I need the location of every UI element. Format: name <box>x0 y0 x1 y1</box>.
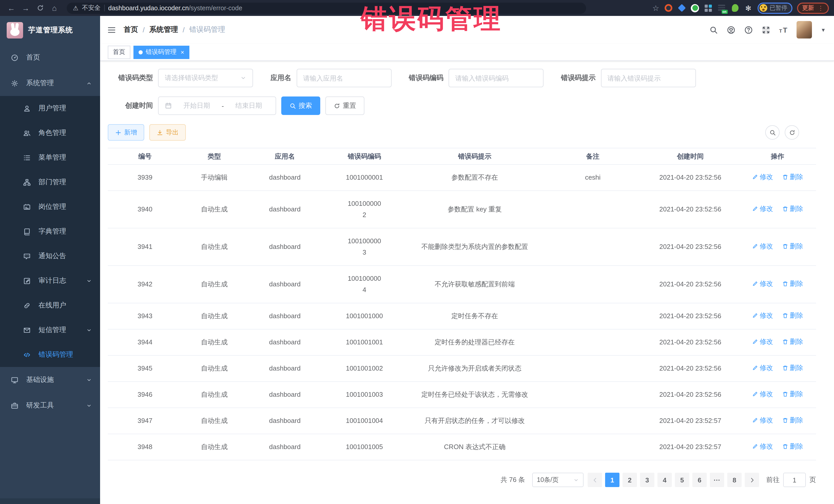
page-size-select[interactable]: 10条/页 <box>532 473 584 487</box>
edit-link[interactable]: 修改 <box>752 279 773 289</box>
date-range-picker[interactable]: 开始日期 - 结束日期 <box>158 96 276 115</box>
search-icon[interactable] <box>709 25 718 34</box>
sidebar-item-link[interactable]: 通知公告 <box>0 244 100 268</box>
page-button[interactable]: 1 <box>605 473 619 487</box>
sidebar-item-link[interactable]: 用户管理 <box>0 96 100 120</box>
sidebar-item-link[interactable]: 岗位管理 <box>0 195 100 219</box>
cell-type: 自动生成 <box>182 355 246 381</box>
delete-link[interactable]: 删除 <box>782 241 803 251</box>
prev-page-button[interactable] <box>588 473 602 487</box>
page-button[interactable]: 3 <box>640 473 654 487</box>
yoast-extension-icon[interactable] <box>690 4 699 12</box>
user-avatar[interactable] <box>796 21 812 39</box>
pinwheel-extension-icon[interactable]: ✻ <box>744 4 753 12</box>
sidebar-item-link[interactable]: 系统管理 <box>0 70 100 96</box>
address-bar[interactable]: ⚠ 不安全 dashboard.yudao.iocoder.cn/system/… <box>67 2 586 14</box>
show-search-button[interactable] <box>765 125 780 139</box>
export-button[interactable]: 导出 <box>149 124 186 140</box>
reload-icon[interactable] <box>34 2 46 14</box>
sidebar-item-link[interactable]: 基础设施 <box>0 367 100 393</box>
github-icon[interactable] <box>727 25 736 34</box>
close-icon[interactable]: × <box>181 48 184 56</box>
edit-link[interactable]: 修改 <box>752 363 773 373</box>
error-hint-input[interactable] <box>608 74 689 82</box>
page-button[interactable]: 6 <box>692 473 707 487</box>
goto-page-input[interactable] <box>783 473 806 487</box>
breadcrumb-home[interactable]: 首页 <box>124 25 138 35</box>
delete-link[interactable]: 删除 <box>782 363 803 373</box>
breadcrumb-system[interactable]: 系统管理 <box>149 25 178 35</box>
font-size-icon[interactable]: TT <box>779 25 788 34</box>
search-button[interactable]: 搜索 <box>281 96 320 115</box>
tab-home[interactable]: 首页 <box>108 45 130 59</box>
sidebar-item-link[interactable]: 菜单管理 <box>0 145 100 170</box>
cell-actions: 修改 删除 <box>739 355 816 381</box>
sidebar-item-link[interactable]: 首页 <box>0 45 100 70</box>
column-header: 编号 <box>108 148 182 165</box>
delete-link[interactable]: 删除 <box>782 172 803 182</box>
add-button[interactable]: 新增 <box>108 124 144 140</box>
grid-extension-icon[interactable] <box>704 4 712 12</box>
home-icon[interactable]: ⌂ <box>48 2 61 14</box>
forward-icon[interactable]: → <box>20 2 32 14</box>
help-icon[interactable] <box>744 25 753 34</box>
page-button[interactable]: 2 <box>622 473 637 487</box>
edit-link[interactable]: 修改 <box>752 241 773 251</box>
page-button[interactable]: 4 <box>657 473 672 487</box>
page-button[interactable]: 5 <box>675 473 689 487</box>
delete-link[interactable]: 删除 <box>782 279 803 289</box>
sidebar-item-link[interactable]: 角色管理 <box>0 120 100 145</box>
star-icon[interactable]: ☆ <box>652 3 659 13</box>
app-name-input[interactable] <box>303 74 385 82</box>
cell-id: 3944 <box>108 329 182 355</box>
edit-link[interactable]: 修改 <box>752 389 773 399</box>
tab-error-code[interactable]: 错误码管理 × <box>133 45 190 59</box>
back-icon[interactable]: ← <box>5 2 18 14</box>
browser-update-button[interactable]: 更新 ⋮ <box>797 2 829 14</box>
sidebar-item-link[interactable]: 字典管理 <box>0 219 100 244</box>
kebab-menu-icon[interactable]: ⋮ <box>817 4 824 12</box>
profile-paused-badge[interactable]: 已暂停 <box>757 2 792 14</box>
delete-link[interactable]: 删除 <box>782 441 803 452</box>
sidebar-item-link[interactable]: 研发工具 <box>0 393 100 418</box>
refresh-table-button[interactable] <box>785 125 799 139</box>
cell-id: 3940 <box>108 191 182 228</box>
error-type-select[interactable]: 请选择错误码类型 <box>158 69 253 87</box>
error-code-input[interactable] <box>455 74 537 82</box>
hamburger-menu-icon[interactable] <box>107 25 116 34</box>
gem-extension-icon[interactable] <box>677 4 686 12</box>
caret-down-icon[interactable]: ▼ <box>821 27 826 32</box>
page-button[interactable]: 8 <box>727 473 742 487</box>
sidebar-item-link[interactable]: 审计日志 <box>0 268 100 293</box>
sidebar-item-link[interactable]: 在线用户 <box>0 293 100 318</box>
cell-message: 定时任务不存在 <box>405 303 544 329</box>
delete-link[interactable]: 删除 <box>782 310 803 321</box>
more-pages-button[interactable]: ··· <box>710 473 724 487</box>
reset-button[interactable]: 重置 <box>325 96 365 115</box>
start-date-placeholder: 开始日期 <box>176 101 218 110</box>
sidebar-item-active[interactable]: 错误码管理 <box>0 342 100 367</box>
edit-link[interactable]: 修改 <box>752 204 773 214</box>
cell-app: dashboard <box>246 381 323 408</box>
delete-link[interactable]: 删除 <box>782 389 803 399</box>
cell-actions: 修改 删除 <box>739 266 816 303</box>
app-logo[interactable]: 芋道管理系统 <box>0 16 100 45</box>
delete-link[interactable]: 删除 <box>782 415 803 425</box>
next-page-button[interactable] <box>745 473 759 487</box>
cell-memo <box>544 303 641 329</box>
sidebar-item-link[interactable]: 短信管理 <box>0 318 100 342</box>
fullscreen-icon[interactable] <box>762 25 770 34</box>
delete-link[interactable]: 删除 <box>782 204 803 214</box>
create-time-label: 创建时间 <box>108 101 153 110</box>
edit-link[interactable]: 修改 <box>752 415 773 425</box>
onoff-extension-icon[interactable]: on <box>717 4 726 12</box>
edit-link[interactable]: 修改 <box>752 441 773 452</box>
edit-link[interactable]: 修改 <box>752 337 773 347</box>
sidebar-item-link[interactable]: 部门管理 <box>0 170 100 195</box>
orange-extension-icon[interactable] <box>664 4 673 12</box>
cell-message: CRON 表达式不正确 <box>405 434 544 460</box>
delete-link[interactable]: 删除 <box>782 337 803 347</box>
edit-link[interactable]: 修改 <box>752 310 773 321</box>
leaf-extension-icon[interactable] <box>730 4 739 12</box>
edit-link[interactable]: 修改 <box>752 172 773 182</box>
